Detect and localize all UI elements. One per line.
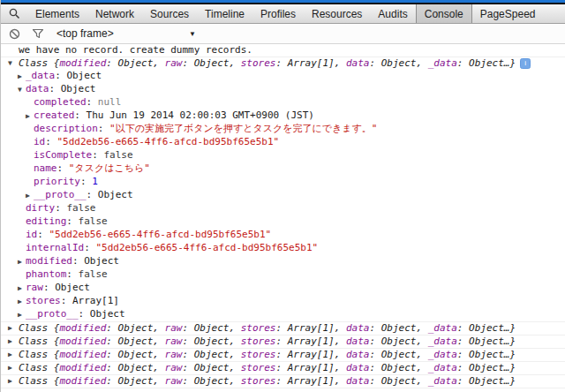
tree-row-__proto__[interactable]: ▶__proto__: Object [1,189,565,202]
pair-separator: , [229,322,240,334]
info-icon[interactable]: i [520,58,531,69]
property-name: __proto__ [34,189,87,200]
preview-property-name: raw [165,349,183,360]
filter-button[interactable] [32,28,44,39]
expand-arrow-open-icon[interactable]: ▼ [8,57,12,70]
preview-property-name: stores [241,322,276,334]
pair-separator: , [335,322,346,334]
expand-arrow-icon[interactable]: ▶ [26,190,34,202]
expander-spacer [18,230,26,242]
expand-arrow-closed-icon[interactable]: ▶ [8,335,12,348]
expander-spacer [26,163,34,176]
property-value: false [79,268,108,280]
tab-console[interactable]: Console [416,4,472,23]
preview-property-value: Object [469,362,504,373]
pair-separator: , [335,349,346,360]
tab-timeline[interactable]: Timeline [197,4,252,23]
object-preview-expanded[interactable]: ▼Class {modified: Object, raw: Object, s… [1,57,565,70]
preview-property-name: raw [165,375,183,387]
tab-network[interactable]: Network [87,4,142,23]
property-value: 1 [92,176,98,187]
key-value-separator: : [84,242,95,253]
key-value-separator: : [182,322,193,334]
expand-arrow-icon[interactable]: ▶ [18,256,26,268]
object-preview-collapsed[interactable]: ▶Class {modified: Object, raw: Object, s… [1,335,565,348]
key-value-separator: : [106,362,117,373]
tree-row-created[interactable]: ▶created: Thu Jun 19 2014 02:00:03 GMT+0… [1,109,565,123]
preview-property-name: stores [241,57,276,69]
log-text: we have no record. create dummy records. [19,44,252,56]
preview-property-name: raw [165,57,183,69]
preview-property-value: Object [469,375,504,387]
pair-separator: , [153,362,164,373]
object-preview-collapsed[interactable]: ▶Class {modified: Object, raw: Object, s… [1,375,565,388]
property-name: id [34,136,45,147]
tab-profiles[interactable]: Profiles [252,4,304,23]
tree-row-stores[interactable]: ▶stores: Array[1] [1,295,565,308]
object-preview-collapsed[interactable]: ▶Class {modified: Object, raw: Object, s… [1,362,565,374]
key-value-separator: : [106,322,117,334]
tree-row-raw[interactable]: ▶raw: Object [1,282,565,295]
property-value: "タスクはこちら" [69,162,150,174]
tab-pagespeed[interactable]: PageSpeed [472,4,544,23]
class-name: Class [19,362,54,373]
property-name: __proto__ [26,308,79,320]
preview-property-value: Object [194,57,230,69]
preview-property-name: data [346,335,370,347]
console-prompt[interactable]: > [1,388,565,392]
preview-property-value: Array[1] [288,362,335,373]
key-value-separator: : [87,96,98,108]
tab-resources[interactable]: Resources [304,4,370,23]
expand-arrow-icon[interactable]: ▶ [18,283,26,295]
object-preview-text: Class {modified: Object, raw: Object, st… [19,349,516,360]
property-value: Object [55,282,90,293]
clear-console-button[interactable] [9,28,20,40]
tree-row-data[interactable]: ▼data: Object [1,83,565,96]
tab-audits[interactable]: Audits [370,4,415,23]
key-value-separator: : [55,70,66,81]
object-preview-text: Class {modified: Object, raw: Object, st… [19,362,516,373]
expand-arrow-icon[interactable]: ▼ [18,84,26,96]
preview-property-value: Object [194,322,230,334]
circle-slash-icon [9,28,20,40]
tree-row-modified[interactable]: ▶modified: Object [1,255,565,268]
console-object-message-collapsed: ▶Class {modified: Object, raw: Object, s… [1,362,565,375]
expand-arrow-icon[interactable]: ▶ [26,110,34,123]
object-preview-text: Class {modified: Object, raw: Object, st… [19,322,516,334]
class-name: Class [19,349,54,360]
expand-arrow-closed-icon[interactable]: ▶ [8,362,12,374]
object-preview-collapsed[interactable]: ▶Class {modified: Object, raw: Object, s… [1,349,565,361]
preview-property-value: Object [118,349,154,360]
key-value-separator: : [66,215,78,227]
preview-property-value: Object [469,57,504,69]
pair-separator: , [153,335,164,347]
expand-arrow-icon[interactable]: ▶ [18,309,26,321]
expand-arrow-closed-icon[interactable]: ▶ [8,322,12,335]
expand-arrow-icon[interactable]: ▶ [18,296,26,308]
search-button[interactable] [1,4,27,23]
tab-elements[interactable]: Elements [27,4,87,23]
expand-arrow-closed-icon[interactable]: ▶ [8,349,12,361]
object-tree: ▶_data: Object▼data: Object completed: n… [1,70,565,321]
property-value: false [66,202,95,214]
key-value-separator: : [79,308,90,320]
close-brace: } [509,322,516,334]
console-output: we have no record. create dummy records.… [1,44,565,392]
expand-arrow-closed-icon[interactable]: ▶ [8,375,12,388]
expander-spacer [26,177,34,189]
tree-row-_data[interactable]: ▶_data: Object [1,70,565,83]
preview-property-name: modified [59,349,106,360]
key-value-separator: : [182,349,193,360]
object-preview-collapsed[interactable]: ▶Class {modified: Object, raw: Object, s… [1,322,565,335]
key-value-separator: : [92,149,103,161]
expand-arrow-icon[interactable]: ▶ [18,71,26,83]
property-name: stores [26,295,61,306]
frame-selector-dropdown[interactable]: <top frame> ▼ [56,27,196,40]
tree-row-__proto__[interactable]: ▶__proto__: Object [1,308,565,321]
key-value-separator: : [106,57,117,69]
property-name: isComplete [34,149,92,161]
tab-sources[interactable]: Sources [142,4,197,23]
preview-property-value: Object [118,375,154,387]
preview-property-value: Object [118,57,154,69]
key-value-separator: : [275,375,287,387]
